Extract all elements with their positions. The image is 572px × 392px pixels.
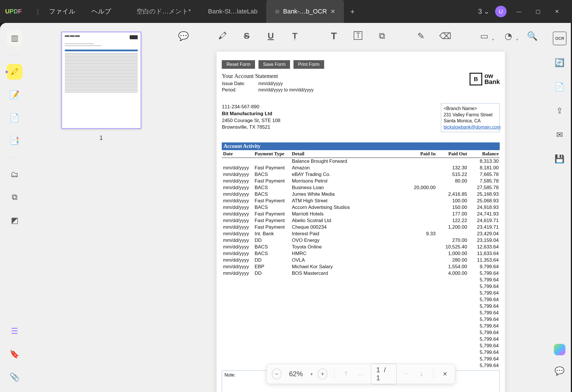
thumbnails-tool[interactable]: ▥ (7, 30, 22, 46)
tab-0[interactable]: 空白のド…メント* (128, 0, 200, 23)
table-row: 5,799.64 (222, 329, 500, 336)
organize-tool[interactable]: 🗂 (7, 166, 22, 182)
highlighter-icon[interactable]: 🖍 (215, 28, 230, 43)
shape-icon[interactable]: ▭▾ (477, 28, 492, 43)
col-detail: Detail (291, 150, 408, 158)
add-tab-button[interactable]: + (344, 0, 361, 23)
chat-icon[interactable]: 💬 (553, 364, 567, 378)
table-row: mm/dd/yyyyEBPMichael Kor Salary1,554.009… (222, 263, 500, 270)
close-pagebar-button[interactable]: ✕ (440, 369, 450, 379)
forms-tool[interactable]: 📑 (7, 133, 22, 148)
text-icon[interactable]: T (326, 28, 341, 43)
crop-tool[interactable]: ⧉ (7, 189, 22, 205)
zoom-dropdown-icon[interactable]: ▾ (310, 371, 313, 377)
table-row: 5,799.64 (222, 336, 500, 342)
branch-name[interactable]: <Branch Name> (443, 105, 497, 112)
col-ptype: Payment Type (253, 150, 291, 158)
strikethrough-icon[interactable]: S (239, 28, 254, 43)
svg-text:UPDF: UPDF (5, 8, 22, 15)
app-logo: UPDF (5, 6, 30, 17)
underline-icon[interactable]: U (263, 28, 278, 43)
chevron-down-icon: ⌄ (484, 7, 489, 15)
issue-date-value[interactable]: mm/dd/yyyy (258, 81, 283, 86)
prev-page-button[interactable]: ︿ (356, 369, 365, 379)
ocr-icon[interactable]: OCR (553, 32, 567, 45)
stamp-icon[interactable]: ◔▾ (501, 28, 516, 43)
table-row: mm/dd/yyyyFast PaymentAbelio Scotrail Lt… (222, 217, 500, 224)
pdf-page-1: Reset Form Save Form Print Form Your Acc… (217, 52, 505, 392)
table-row: 5,799.64 (222, 296, 500, 303)
tab-2[interactable]: ⊘ Bank-…b_OCR ✕ (266, 0, 344, 23)
total-pages: 1 (376, 374, 380, 382)
first-page-button[interactable]: ⤒ (341, 369, 351, 379)
tab-0-label: 空白のド…メント* (137, 7, 191, 16)
table-row: mm/dd/yyyyFast PaymentMarriott Hotels177… (222, 211, 500, 217)
table-row: 5,799.64 (222, 356, 500, 362)
table-row: 5,799.64 (222, 342, 500, 349)
open-docs-counter[interactable]: 3⌄ (478, 7, 489, 15)
window-close[interactable]: ✕ (550, 6, 563, 17)
table-row: mm/dd/yyyyBACSJumes White Media2,416.852… (222, 191, 500, 197)
page-control-bar: − 62% ▾ + ⤒ ︿ 1 / 1 ﹀ ⤓ ✕ (266, 364, 455, 384)
tab-1[interactable]: Bank-St…lateLab (199, 0, 266, 23)
table-row: Balance Brought Forward8,313.30 (222, 158, 500, 165)
page-thumbnail-1[interactable] (61, 32, 141, 129)
ai-assistant-icon[interactable] (554, 344, 565, 355)
save-icon[interactable]: 💾 (553, 152, 567, 166)
zoom-value[interactable]: 62% (289, 370, 303, 378)
menu-file[interactable]: ファイル (49, 7, 75, 16)
counter-value: 3 (478, 7, 482, 15)
col-balance: Balance (468, 150, 500, 158)
share-icon[interactable]: ⇪ (553, 104, 567, 117)
current-page: 1 (376, 366, 380, 374)
print-form-button[interactable]: Print Form (293, 60, 324, 69)
attachment-tool[interactable]: 📎 (7, 369, 22, 385)
customer-phone: 111-234-567-890 (222, 103, 280, 110)
callout-icon[interactable]: ⧉ (375, 28, 390, 43)
layers-tool[interactable]: ☰ (7, 323, 22, 339)
save-form-button[interactable]: Save Form (258, 60, 290, 69)
zoom-in-button[interactable]: + (318, 369, 328, 379)
bookmark-tool[interactable]: 🔖 (7, 346, 22, 362)
branch-email-link[interactable]: bickslowbank@domain.com (443, 125, 501, 130)
comment-icon[interactable]: 💬 (176, 28, 191, 43)
window-minimize[interactable]: — (512, 6, 526, 17)
no-edit-icon: ⊘ (275, 8, 280, 15)
redact-tool[interactable]: ◩ (7, 212, 22, 228)
search-icon[interactable]: 🔍 (525, 28, 540, 43)
issue-date-label: Issue Date: (222, 81, 249, 86)
textbox-icon[interactable]: 🅃 (351, 28, 365, 43)
table-row: 5,799.64 (222, 290, 500, 296)
table-row: 5,799.64 (222, 309, 500, 316)
export-icon[interactable]: 📄 (553, 80, 567, 93)
branch-street: 231 Valley Farms Street (443, 112, 497, 118)
table-row: mm/dd/yyyyBACSToyota Online10,525.4012,6… (222, 244, 500, 250)
pencil-icon[interactable]: ✎ (414, 28, 429, 43)
eraser-icon[interactable]: ⌫ (438, 28, 453, 43)
zoom-out-button[interactable]: − (272, 369, 282, 379)
customer-addr2: Brownsville, TX 78521 (222, 124, 280, 131)
next-page-button[interactable]: ﹀ (402, 369, 411, 379)
tab-close-icon[interactable]: ✕ (330, 8, 335, 15)
highlight-tool[interactable]: 🖍 (7, 64, 22, 80)
last-page-button[interactable]: ⤓ (417, 369, 426, 379)
menu-help[interactable]: ヘルプ (92, 7, 111, 16)
bank-logo: B owBank (470, 73, 500, 85)
annotate-tool[interactable]: 📝 (7, 87, 22, 103)
col-paidout: Paid Out (437, 150, 468, 158)
table-row: mm/dd/yyyyBACSAccorn Advertising Studios… (222, 204, 500, 211)
period-value[interactable]: mm/dd/yyyy to mm/dd/yyyy (258, 87, 314, 93)
edit-pages-tool[interactable]: 📄 (7, 110, 22, 126)
col-date: Date (222, 150, 253, 158)
branch-info-box: <Branch Name> 231 Valley Farms Street Sa… (441, 103, 500, 132)
page-indicator[interactable]: 1 / 1 (371, 363, 397, 385)
reset-form-button[interactable]: Reset Form (222, 60, 255, 69)
table-row: mm/dd/yyyyFast PaymentCheque 0002341,200… (222, 224, 500, 230)
user-avatar[interactable]: U (495, 6, 507, 17)
window-maximize[interactable]: ▢ (531, 6, 544, 17)
table-row: 5,799.64 (222, 303, 500, 309)
email-icon[interactable]: ✉ (553, 128, 567, 142)
table-row: mm/dd/yyyyDDOVO Energy270.0023,159.04 (222, 237, 500, 244)
squiggly-icon[interactable]: T〰 (287, 28, 302, 43)
convert-icon[interactable]: 🔄 (553, 56, 567, 69)
